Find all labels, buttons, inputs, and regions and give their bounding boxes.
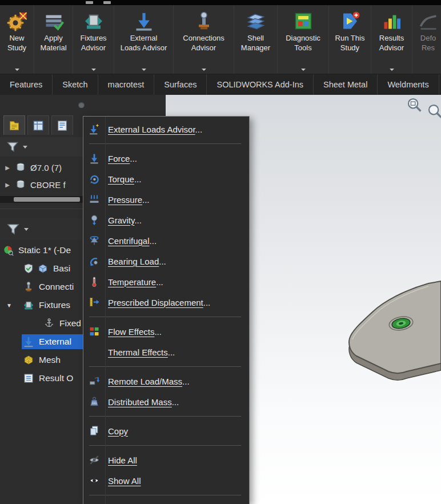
menu-item-label: Show All — [108, 476, 141, 486]
menu-item-flow-effects[interactable]: Flow Effects... — [83, 321, 249, 342]
menu-item-icon-slot — [83, 173, 105, 185]
menu-item-partial[interactable] — [83, 499, 249, 504]
menu-item-suffix: ... — [195, 125, 203, 134]
flyout-arrow-icon[interactable] — [91, 69, 96, 71]
menu-item-label-text: Show All — [108, 476, 141, 486]
toolbar-button-run-this-study[interactable]: Run ThisStudy — [329, 5, 371, 74]
study-item-label: Connecti — [39, 282, 74, 292]
toolbar-button-diagnostic-tools[interactable]: DiagnosticTools — [278, 5, 329, 74]
expand-arrow-icon[interactable]: ▶ — [0, 182, 15, 188]
menu-item-temperature[interactable]: Temperature... — [83, 271, 249, 292]
menu-item-icon-slot — [83, 214, 105, 226]
expand-arrow-icon[interactable]: ▼ — [5, 302, 14, 309]
toolbar-button-label-line: New — [7, 33, 26, 43]
flyout-arrow-icon[interactable] — [202, 69, 206, 71]
run-study-icon — [340, 11, 360, 31]
menu-item-bearing-load[interactable]: Bearing Load... — [83, 251, 249, 271]
zoom-fit-icon[interactable] — [426, 102, 441, 119]
expand-arrow-icon[interactable]: ▶ — [0, 165, 15, 171]
fixtures-advisor-icon — [83, 11, 104, 31]
new-study-icon — [7, 11, 27, 31]
window-icon — [103, 1, 111, 4]
menu-item-suffix: ... — [134, 174, 142, 184]
scrollbar-thumb[interactable] — [14, 197, 80, 202]
toolbar-button-defo-res[interactable]: DefoRes — [412, 5, 441, 74]
menu-item-label-text: Torque — [108, 174, 134, 184]
menu-item-distributed-mass[interactable]: Distributed Mass... — [83, 391, 249, 412]
flyout-arrow-icon[interactable] — [142, 69, 146, 71]
chevron-down-icon[interactable] — [24, 228, 29, 231]
menu-item-prescribed-displacement[interactable]: Prescribed Displacement... — [83, 292, 249, 313]
tab-surfaces[interactable]: Surfaces — [154, 74, 207, 95]
zoom-area-icon[interactable] — [406, 96, 423, 113]
tab-weldments[interactable]: Weldments — [378, 74, 439, 95]
tab-sketch[interactable]: Sketch — [53, 74, 98, 95]
toolbar-button-apply-material[interactable]: ApplyMaterial — [34, 5, 73, 74]
menu-item-external-loads-advisor[interactable]: External Loads Advisor... — [83, 119, 249, 139]
menu-item-suffix: ... — [203, 298, 211, 307]
toolbar-button-label-line: Material — [40, 43, 66, 53]
flyout-arrow-icon[interactable] — [301, 69, 306, 71]
toolbar-button-label-line: Defo — [420, 33, 436, 43]
study-item-label: Static 1* (-De — [18, 245, 71, 255]
toolbar-button-label-line: Advisor — [183, 43, 224, 53]
menu-item-copy[interactable]: Copy — [83, 421, 249, 441]
menu-item-centrifugal[interactable]: Centrifugal... — [83, 230, 249, 251]
pressure-icon — [89, 194, 100, 205]
diagnostic-tools-icon — [293, 11, 314, 31]
panel-tab-property-manager[interactable] — [27, 115, 49, 135]
menu-item-thermal-effects[interactable]: Thermal Effects... — [83, 342, 249, 362]
tab-features[interactable]: Features — [0, 74, 53, 95]
toolbar-button-shell-manager[interactable]: ShellManager — [234, 5, 278, 74]
panel-tab-configuration[interactable] — [51, 115, 73, 135]
toolbar-button-new-study[interactable]: NewStudy — [0, 5, 34, 74]
bearing-load-icon — [89, 255, 100, 267]
part-model[interactable] — [308, 269, 441, 390]
remote-load-icon — [89, 375, 100, 387]
menu-item-label: Prescribed Displacement... — [108, 298, 210, 307]
toolbar-button-label: ApplyMaterial — [40, 33, 66, 53]
menu-item-icon-slot — [83, 123, 105, 135]
deformed-result-icon — [418, 11, 439, 31]
chevron-down-icon[interactable] — [23, 146, 27, 149]
toolbar-button-label: FixturesAdvisor — [80, 33, 106, 53]
copy-icon — [89, 425, 100, 437]
menu-item-hide-all[interactable]: Hide All — [83, 450, 249, 470]
panel-tab-feature-manager[interactable] — [3, 115, 25, 135]
toolbar-button-fixtures-advisor[interactable]: FixturesAdvisor — [73, 5, 114, 74]
filter-icon[interactable] — [6, 140, 19, 154]
toolbar-button-results-advisor[interactable]: ResultsAdvisor — [371, 5, 412, 74]
filter-icon[interactable] — [6, 222, 21, 237]
command-tabs: FeaturesSketchmacrotestSurfacesSOLIDWORK… — [0, 74, 441, 95]
menu-item-pressure[interactable]: Pressure... — [83, 189, 249, 210]
flyout-arrow-icon[interactable] — [390, 69, 394, 71]
tab-solidworks-add-ins[interactable]: SOLIDWORKS Add-Ins — [207, 74, 314, 95]
menu-item-icon-slot — [83, 297, 105, 308]
menu-item-show-all[interactable]: Show All — [83, 470, 249, 491]
panel-resize-grip[interactable] — [78, 102, 85, 108]
menu-item-torque[interactable]: Torque... — [83, 169, 249, 189]
centrifugal-icon — [89, 235, 100, 246]
menu-item-label: Hide All — [108, 455, 137, 465]
show-all-icon — [89, 475, 100, 486]
tab-sheet-metal[interactable]: Sheet Metal — [314, 74, 378, 95]
menu-item-icon-slot — [83, 475, 105, 486]
temperature-icon — [89, 276, 100, 287]
toolbar-button-label-line: Connections — [183, 33, 224, 43]
toolbar-button-label-line: Results — [379, 33, 404, 43]
horizontal-scrollbar[interactable] — [0, 196, 94, 203]
menu-item-label-text: Temperature — [108, 277, 156, 287]
menu-item-remote-load-mass[interactable]: Remote Load/Mass... — [83, 371, 249, 391]
menu-item-label-text: Bearing Load — [108, 257, 159, 266]
flyout-arrow-icon[interactable] — [15, 69, 19, 71]
menu-separator — [89, 416, 241, 417]
toolbar-button-label-line: Advisor — [80, 43, 106, 53]
menu-item-gravity[interactable]: Gravity... — [83, 210, 249, 230]
menu-item-force[interactable]: Force... — [83, 148, 249, 169]
toolbar-button-label: NewStudy — [7, 33, 26, 53]
toolbar-button-label-line: Loads Advisor — [121, 43, 167, 53]
toolbar-button-external-loads-advisor[interactable]: ExternalLoads Advisor — [114, 5, 174, 74]
menu-item-label-text: External Loads Advisor — [108, 125, 195, 134]
tab-macrotest[interactable]: macrotest — [98, 74, 155, 95]
toolbar-button-connections-advisor[interactable]: ConnectionsAdvisor — [174, 5, 234, 74]
